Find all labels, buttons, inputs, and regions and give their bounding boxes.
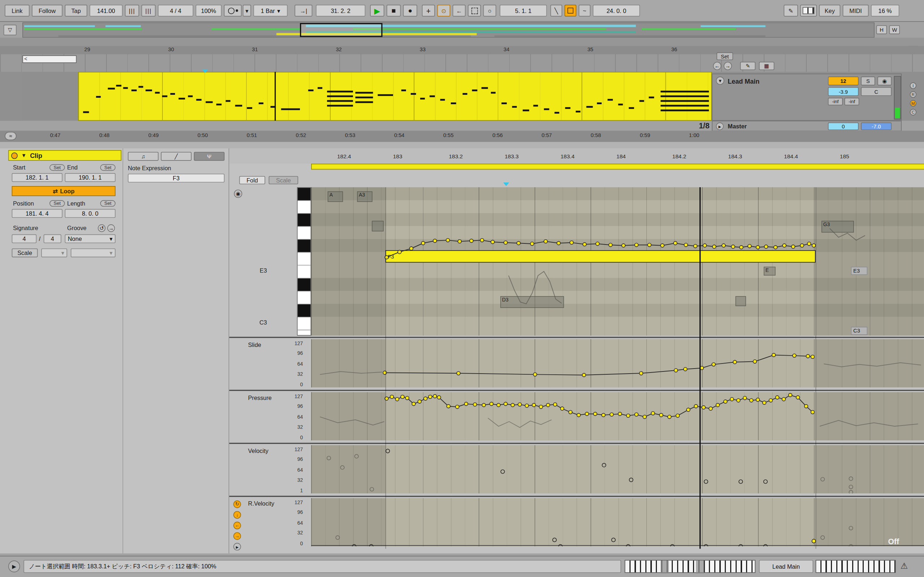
- midi-note[interactable]: [355, 92, 373, 94]
- midi-note[interactable]: [501, 102, 507, 104]
- midi-note[interactable]: [327, 95, 353, 97]
- quantization-menu[interactable]: 1 Bar▾: [254, 5, 288, 16]
- midi-note[interactable]: [661, 105, 709, 107]
- lead-main-clip[interactable]: [78, 72, 712, 121]
- play-button[interactable]: ▶: [370, 5, 384, 16]
- set-length-button[interactable]: Set: [100, 200, 115, 206]
- midi-output-keyboard-indicator[interactable]: [816, 560, 896, 573]
- master-track-header[interactable]: ▸ Master 0 -7.0: [712, 121, 901, 131]
- warning-icon[interactable]: ⚠: [901, 561, 908, 571]
- back-to-arrangement-button[interactable]: ←: [452, 5, 465, 16]
- black-key[interactable]: [297, 239, 311, 253]
- midi-note[interactable]: [196, 99, 202, 101]
- stop-button[interactable]: ■: [386, 5, 401, 16]
- midi-note[interactable]: [155, 92, 160, 94]
- midi-note[interactable]: [649, 97, 654, 98]
- notes-tab[interactable]: ♫: [128, 152, 158, 161]
- midi-keyboard-indicator[interactable]: [625, 560, 756, 573]
- midi-note[interactable]: [139, 86, 143, 88]
- signature-denominator-field[interactable]: 4: [44, 234, 61, 243]
- clip-start-field[interactable]: 182. 1. 1: [12, 173, 63, 182]
- lead-main-track-header[interactable]: ▾ Lead Main 12 S ◉ -3.9 C -inf -inf: [712, 74, 901, 121]
- midi-note[interactable]: [463, 93, 467, 95]
- midi-note[interactable]: [472, 89, 478, 91]
- time-ruler[interactable]: 0:470:480:490:500:510:520:530:540:550:56…: [0, 131, 924, 142]
- track-fold-button[interactable]: ▾: [716, 76, 724, 85]
- arm-button[interactable]: ◉: [877, 76, 892, 85]
- clip-length-field[interactable]: 8. 0. 0: [65, 209, 115, 218]
- midi-note[interactable]: [661, 110, 709, 111]
- groove-apply-button[interactable]: →: [107, 224, 115, 232]
- midi-note[interactable]: [145, 89, 152, 91]
- white-key[interactable]: [297, 201, 311, 214]
- loop-toggle-button[interactable]: ○: [483, 5, 496, 16]
- track-volume-box[interactable]: -3.9: [828, 87, 859, 96]
- midi-note[interactable]: [597, 102, 602, 104]
- midi-map-button[interactable]: MIDI: [843, 5, 869, 16]
- lane-name[interactable]: Slide: [248, 342, 261, 348]
- black-key[interactable]: [297, 188, 311, 201]
- clip-end-field[interactable]: 190. 1. 1: [65, 173, 115, 182]
- midi-note[interactable]: [565, 107, 571, 109]
- midi-input-channel-box[interactable]: 12: [828, 76, 859, 85]
- scale-root-select[interactable]: ▾: [41, 248, 67, 257]
- loop-length-field[interactable]: 24. 0. 0: [593, 5, 640, 16]
- midi-note[interactable]: [451, 102, 456, 104]
- midi-note[interactable]: [162, 95, 168, 97]
- midi-note[interactable]: [226, 100, 230, 102]
- tempo-follow-button[interactable]: Follow: [32, 5, 63, 16]
- midi-note[interactable]: [440, 99, 445, 101]
- loop-button[interactable]: ⇄Loop: [12, 186, 115, 196]
- scale-button[interactable]: Scale: [12, 248, 38, 257]
- send-b-box[interactable]: -inf: [845, 98, 859, 105]
- lane-play-button[interactable]: ▸: [234, 543, 241, 550]
- lane-plot[interactable]: [311, 498, 924, 546]
- midi-note[interactable]: [108, 88, 115, 89]
- scale-name-select[interactable]: ▾: [71, 248, 115, 257]
- set-position-button[interactable]: Set: [50, 200, 65, 206]
- show-hide-h-button[interactable]: H: [876, 25, 887, 34]
- metronome-button[interactable]: [224, 5, 241, 16]
- solo-button[interactable]: S: [861, 76, 875, 85]
- plus-button[interactable]: +: [422, 5, 435, 16]
- midi-note[interactable]: [318, 87, 322, 89]
- lane-left-button[interactable]: ←: [234, 522, 241, 529]
- black-key[interactable]: [297, 305, 311, 318]
- envelopes-tab[interactable]: ╱: [161, 152, 192, 161]
- arrangement-position-field[interactable]: 31. 2. 2: [316, 5, 365, 16]
- draw-mode-button[interactable]: [564, 5, 577, 16]
- midi-note[interactable]: [512, 106, 517, 108]
- next-locator-button[interactable]: →: [724, 62, 732, 70]
- clip-arrangement-toggle-button[interactable]: ≈: [5, 132, 16, 140]
- tap-tempo-button[interactable]: Tap: [65, 5, 87, 16]
- scale-highlight-button[interactable]: Scale: [268, 176, 298, 184]
- white-key[interactable]: [297, 253, 311, 266]
- key-map-button[interactable]: Key: [819, 5, 840, 16]
- midi-note[interactable]: [355, 102, 373, 103]
- arrangement-overview[interactable]: [23, 23, 874, 37]
- set-end-button[interactable]: Set: [100, 164, 115, 171]
- clip-loop-bar[interactable]: [311, 164, 924, 169]
- midi-note[interactable]: [661, 95, 709, 97]
- lane-rotate-button[interactable]: ↻: [234, 501, 241, 508]
- prev-locator-button[interactable]: ←: [713, 62, 722, 70]
- midi-note[interactable]: [116, 85, 122, 87]
- midi-note[interactable]: [378, 94, 393, 96]
- midi-note[interactable]: [491, 92, 496, 94]
- clip-position-field[interactable]: 181. 4. 4: [12, 209, 63, 218]
- lane-plot[interactable]: [311, 445, 924, 493]
- loop-brace[interactable]: <: [23, 55, 76, 63]
- lane-separator[interactable]: [229, 390, 924, 391]
- preview-note-button[interactable]: ◉: [234, 190, 242, 198]
- collapse-overview-button[interactable]: ▽: [3, 25, 16, 35]
- white-key[interactable]: [297, 292, 311, 305]
- midi-note[interactable]: [96, 96, 101, 98]
- lane-name[interactable]: R.Velocity: [248, 501, 274, 507]
- midi-note[interactable]: [411, 93, 416, 95]
- midi-note[interactable]: [639, 100, 644, 102]
- midi-note[interactable]: [83, 111, 89, 113]
- scrub-area[interactable]: <: [0, 54, 924, 72]
- metronome-menu-button[interactable]: ▾: [243, 5, 251, 16]
- status-track-select[interactable]: Lead Main: [759, 560, 813, 573]
- midi-note[interactable]: [206, 102, 213, 103]
